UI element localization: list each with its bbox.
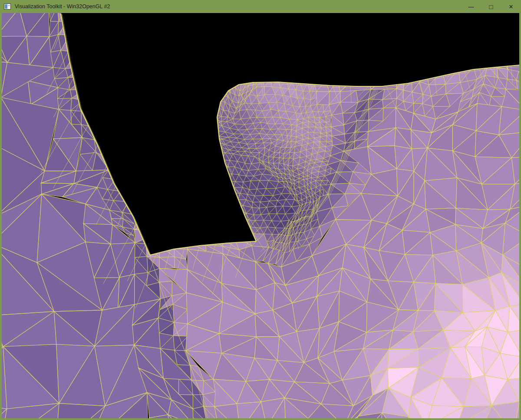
app-icon[interactable] [4, 3, 11, 10]
window-border-bottom [0, 418, 521, 420]
window-title: Visualization Toolkit - Win32OpenGL #2 [15, 3, 110, 10]
window-border-right [519, 13, 521, 420]
render-viewport[interactable] [0, 0, 521, 420]
minimize-button[interactable]: — [461, 0, 481, 16]
window-border-left [0, 13, 2, 420]
vtk-window: Visualization Toolkit - Win32OpenGL #2 —… [0, 0, 521, 420]
window-controls: — □ ✕ [461, 0, 521, 13]
maximize-button[interactable]: □ [481, 0, 501, 13]
titlebar[interactable]: Visualization Toolkit - Win32OpenGL #2 —… [0, 0, 521, 13]
close-button[interactable]: ✕ [501, 0, 521, 13]
app-icon-pane [5, 4, 7, 9]
app-icon-bar [8, 5, 10, 6]
